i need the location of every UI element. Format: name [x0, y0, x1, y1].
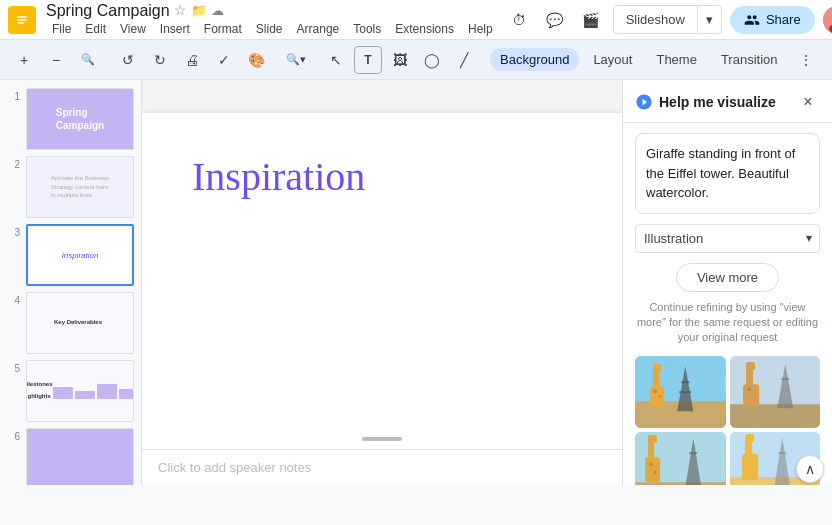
speaker-notes-placeholder: Click to add speaker notes	[158, 460, 311, 475]
style-selector[interactable]: Illustration	[635, 224, 820, 253]
slideshow-dropdown-arrow[interactable]: ▾	[697, 6, 721, 33]
menu-edit[interactable]: Edit	[79, 20, 112, 38]
image-grid	[635, 356, 820, 485]
doc-title-text[interactable]: Spring Campaign	[46, 1, 170, 20]
visualize-icon	[635, 93, 653, 111]
slide-thumb-4[interactable]: 4 Key Deliverables 📌	[6, 292, 135, 354]
theme-btn[interactable]: Theme	[646, 48, 706, 71]
menu-extensions[interactable]: Extensions	[389, 20, 460, 38]
scroll-up-button[interactable]: ∧	[796, 455, 824, 483]
present-icon[interactable]: 🎬	[577, 6, 605, 34]
menu-help[interactable]: Help	[462, 20, 499, 38]
folder-icon[interactable]: 📁	[191, 3, 207, 19]
background-btn[interactable]: Background	[490, 48, 579, 71]
svg-rect-26	[635, 482, 725, 485]
menu-arrange[interactable]: Arrange	[291, 20, 346, 38]
slide-thumb-6[interactable]: 6	[6, 428, 135, 485]
svg-rect-40	[745, 434, 754, 442]
svg-rect-29	[645, 457, 660, 482]
svg-rect-2	[18, 19, 27, 21]
line-btn[interactable]: ╱	[450, 46, 478, 74]
svg-rect-18	[730, 404, 820, 428]
main-area: 1 SpringCampaign 2 Animate the BusinessS…	[0, 80, 832, 485]
right-panel: Help me visualize × Giraffe standing in …	[622, 80, 832, 485]
layout-btn[interactable]: Layout	[583, 48, 642, 71]
collapse-toolbar-btn[interactable]: ⌃	[824, 48, 832, 72]
toolbar-right: ⌃	[824, 48, 832, 72]
svg-rect-12	[650, 386, 664, 406]
hint-text: Continue refining by using "view more" f…	[635, 300, 820, 346]
svg-rect-10	[681, 381, 689, 383]
generated-image-1[interactable]	[635, 356, 726, 428]
speaker-notes[interactable]: Click to add speaker notes	[142, 449, 622, 485]
zoom-menu-btn[interactable]: 🔍	[74, 46, 102, 74]
text-btn[interactable]: T	[354, 46, 382, 74]
slide-thumb-1[interactable]: 1 SpringCampaign	[6, 88, 135, 150]
giraffe-eiffel-svg-2	[730, 356, 821, 428]
menu-bar: File Edit View Insert Format Slide Arran…	[46, 20, 499, 38]
menu-slide[interactable]: Slide	[250, 20, 289, 38]
panel-header: Help me visualize ×	[623, 80, 832, 123]
slide-thumb-2[interactable]: 2 Animate the BusinessStrategy content h…	[6, 156, 135, 218]
svg-rect-3	[18, 22, 24, 24]
share-button[interactable]: Share	[730, 6, 815, 34]
zoom-control-btn[interactable]: 🔍▾	[282, 46, 310, 74]
svg-point-24	[747, 387, 751, 391]
star-icon[interactable]: ☆	[174, 2, 187, 19]
cursor-btn[interactable]: ↖	[322, 46, 350, 74]
zoom-out-btn[interactable]: −	[42, 46, 70, 74]
app-icon	[8, 6, 36, 34]
print-btn[interactable]: 🖨	[178, 46, 206, 74]
topbar-right: ⏱ 💬 🎬 Slideshow ▾ Share	[505, 5, 832, 34]
slideshow-label[interactable]: Slideshow	[614, 6, 697, 33]
close-icon: ×	[803, 93, 812, 111]
zoom-in-btn[interactable]: +	[10, 46, 38, 74]
cloud-icon[interactable]: ☁	[211, 3, 224, 19]
generated-image-3[interactable]	[635, 432, 726, 485]
spellcheck-btn[interactable]: ✓	[210, 46, 238, 74]
slide-thumb-5[interactable]: 5 Milestones – Highlights	[6, 360, 135, 422]
svg-rect-28	[689, 452, 697, 454]
svg-rect-38	[742, 454, 758, 480]
main-slide-canvas[interactable]: Inspiration	[142, 113, 622, 453]
svg-point-32	[649, 462, 653, 466]
canvas-area[interactable]: Inspiration Click to add speaker notes	[142, 80, 622, 485]
redo-btn[interactable]: ↻	[146, 46, 174, 74]
close-panel-button[interactable]: ×	[796, 90, 820, 114]
undo-btn[interactable]: ↺	[114, 46, 142, 74]
svg-rect-37	[778, 452, 786, 454]
user-avatar[interactable]	[823, 6, 832, 34]
shape-btn[interactable]: ◯	[418, 46, 446, 74]
undo-history-icon[interactable]: ⏱	[505, 6, 533, 34]
slideshow-button[interactable]: Slideshow ▾	[613, 5, 722, 34]
menu-tools[interactable]: Tools	[347, 20, 387, 38]
transition-btn[interactable]: Transition	[711, 48, 788, 71]
svg-point-16	[659, 394, 662, 397]
paint-format-btn[interactable]: 🎨	[242, 46, 270, 74]
slide-thumb-3[interactable]: 3 Inspiration	[6, 224, 135, 286]
svg-rect-1	[18, 16, 27, 18]
svg-point-33	[654, 470, 657, 474]
topbar: Spring Campaign ☆ 📁 ☁ File Edit View Ins…	[0, 0, 832, 40]
svg-point-15	[653, 389, 657, 393]
panel-title: Help me visualize	[635, 93, 776, 111]
svg-rect-20	[781, 378, 789, 380]
image-btn[interactable]: 🖼	[386, 46, 414, 74]
menu-file[interactable]: File	[46, 20, 77, 38]
slide-panel: 1 SpringCampaign 2 Animate the BusinessS…	[0, 80, 142, 485]
comment-icon[interactable]: 💬	[541, 6, 569, 34]
svg-rect-31	[648, 435, 657, 443]
more-options-btn[interactable]: ⋮	[792, 46, 820, 74]
menu-insert[interactable]: Insert	[154, 20, 196, 38]
style-selector-wrap: Illustration ▾	[635, 224, 820, 253]
panel-title-text: Help me visualize	[659, 94, 776, 110]
svg-rect-14	[653, 364, 661, 371]
generated-image-2[interactable]	[730, 356, 821, 428]
menu-format[interactable]: Format	[198, 20, 248, 38]
share-label: Share	[766, 12, 801, 27]
scroll-indicator	[362, 437, 402, 441]
view-more-button[interactable]: View more	[676, 263, 779, 292]
prompt-text[interactable]: Giraffe standing in front of the Eiffel …	[635, 133, 820, 214]
menu-view[interactable]: View	[114, 20, 152, 38]
main-slide-title: Inspiration	[192, 153, 365, 200]
